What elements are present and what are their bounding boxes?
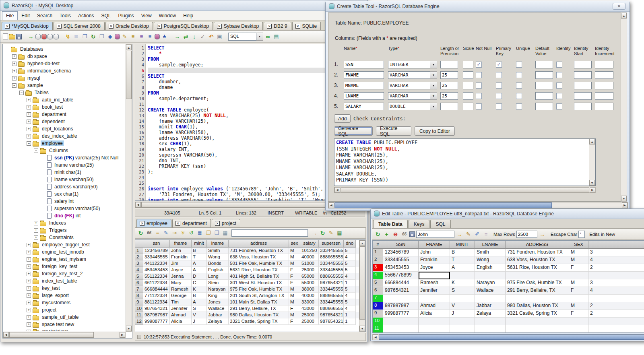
scroll-up-button[interactable]: ▲ — [126, 45, 132, 50]
tree-item-department[interactable]: +department — [3, 111, 125, 118]
cell[interactable]: Ahmad — [170, 312, 192, 318]
cell[interactable]: 101250 — [300, 248, 319, 254]
cell[interactable]: Narayan — [207, 286, 229, 293]
cell[interactable]: 5 — [344, 248, 356, 254]
scroll-right-button[interactable]: ▶ — [120, 332, 125, 338]
cell[interactable]: F — [289, 318, 300, 325]
scroll-up-button[interactable]: ▲ — [621, 13, 627, 19]
not-null-checkbox[interactable] — [476, 93, 482, 99]
identity-increment-input[interactable] — [595, 82, 613, 89]
tree-item-employee-trigger-test[interactable]: +employee_trigger_test — [3, 241, 125, 248]
row-number[interactable]: 11 — [373, 325, 383, 333]
drop-db-icon[interactable] — [54, 34, 59, 39]
identity-start-input[interactable] — [574, 61, 592, 68]
cell[interactable]: 51000 — [300, 260, 319, 267]
view-row-icon[interactable]: 66 — [400, 231, 408, 238]
cell[interactable]: 987654321 — [319, 318, 344, 325]
cell[interactable]: A — [192, 260, 207, 267]
cell[interactable] — [506, 318, 569, 325]
cell[interactable]: 453453453 — [143, 267, 170, 273]
cell[interactable]: 888665555 — [319, 293, 344, 299]
tree-item-dependent[interactable]: +dependent — [3, 118, 125, 125]
cell[interactable]: Zelaya — [475, 310, 506, 318]
table-row[interactable]: 3453453453JoyceAEnglish5631 Rice, Housto… — [373, 264, 644, 272]
column-header-[interactable]: # — [373, 241, 383, 249]
tree-item-indexes[interactable]: +Indexes — [3, 219, 125, 227]
alter-db-icon[interactable] — [47, 34, 53, 39]
tree-expander-icon[interactable]: + — [12, 69, 17, 73]
identity-start-input[interactable] — [574, 82, 592, 89]
scroll-down-button[interactable]: ▼ — [621, 196, 627, 201]
tree-item-dept-locations[interactable]: +dept_locations — [3, 125, 125, 132]
cell[interactable]: 43000 — [300, 305, 319, 312]
close-tab-icon[interactable]: ✕ — [215, 221, 220, 226]
table-row[interactable]: 2333445555FranklinTWong638 Voss, Houston… — [135, 254, 365, 260]
cell[interactable]: 661122334 — [143, 280, 170, 286]
cell[interactable]: 333445555 — [319, 286, 344, 293]
cell[interactable]: 975 Fire Oak, Humble TX — [229, 286, 289, 293]
identity-start-input[interactable] — [574, 71, 592, 79]
menu-actions[interactable]: Actions — [74, 12, 97, 20]
cell[interactable] — [506, 325, 569, 333]
cell[interactable]: 999887777 — [383, 310, 419, 318]
main-titlebar[interactable]: RazorSQL - MySQL Desktop — [0, 0, 367, 11]
cell[interactable]: C — [192, 280, 207, 286]
execute-sql-icon[interactable]: → — [173, 33, 181, 40]
cell[interactable] — [450, 318, 475, 325]
tree-item-superssn-varchar-50[interactable]: superssn varchar(50) — [3, 205, 125, 212]
cell[interactable]: 333445555 — [143, 254, 170, 260]
close-tab-icon[interactable]: ✕ — [140, 221, 144, 226]
scroll-thumb[interactable] — [9, 332, 94, 338]
default-value-input[interactable] — [535, 92, 553, 100]
cell[interactable]: Ramesh — [170, 286, 192, 293]
cell[interactable]: Zelaya — [207, 318, 229, 325]
cell[interactable]: Joyce — [170, 267, 192, 273]
table-row[interactable]: 10 — [373, 318, 644, 325]
column-name-input[interactable] — [344, 82, 384, 89]
tree-vscrollbar[interactable]: ▲ ▼ — [126, 44, 132, 332]
column-header-sex[interactable]: sex — [289, 240, 300, 248]
scroll-thumb[interactable] — [359, 246, 365, 320]
filter-results-icon[interactable]: ≡ — [154, 229, 161, 237]
scroll-thumb[interactable] — [126, 51, 132, 99]
reexecute-icon[interactable]: ↺ — [188, 229, 195, 237]
column-header-partial[interactable] — [588, 241, 644, 249]
cell[interactable]: 4 — [344, 254, 356, 260]
tree-expander-icon[interactable]: + — [27, 264, 31, 269]
cell[interactable] — [588, 318, 644, 325]
clipboard-icon[interactable]: ▣ — [216, 33, 223, 40]
cell[interactable]: Jabbar — [207, 312, 229, 318]
bolt-icon[interactable]: ↯ — [64, 33, 72, 40]
cell[interactable]: 25000 — [300, 318, 319, 325]
tree-expander-icon[interactable]: − — [27, 141, 31, 146]
table-row[interactable]: 1123456789JohnBSmith731 Fondren, Houston… — [373, 249, 644, 256]
refresh-results-icon[interactable]: ↻ — [137, 229, 144, 237]
cell[interactable]: Narayan — [475, 279, 506, 287]
cell[interactable]: M — [289, 312, 300, 318]
column-type-dropdown[interactable]: DOUBLE▼ — [388, 103, 437, 110]
cell[interactable]: 881122334 — [143, 299, 170, 305]
cell[interactable]: M — [569, 279, 588, 287]
view-row-icon[interactable]: 66 — [145, 229, 153, 237]
cell[interactable]: 3 — [588, 279, 644, 287]
row-number[interactable]: 9 — [135, 299, 143, 305]
identity-start-input[interactable] — [574, 92, 592, 100]
view-contents-icon[interactable]: ❐ — [81, 33, 89, 40]
cell[interactable]: Smith — [475, 249, 506, 256]
table-row[interactable]: 5666884444RameshKNarayan975 Fire Oak, Hu… — [373, 279, 644, 287]
scroll-down-button[interactable]: ▼ — [359, 326, 365, 331]
cell[interactable]: K — [192, 286, 207, 293]
table-row[interactable]: 45566778899 — [373, 272, 644, 279]
identity-increment-input[interactable] — [595, 92, 613, 100]
row-number[interactable]: 2 — [373, 256, 383, 264]
cell[interactable]: 5 — [344, 286, 356, 293]
cell[interactable]: Bonds — [207, 260, 229, 267]
cell[interactable] — [475, 295, 506, 302]
cell[interactable]: 5 — [344, 299, 356, 305]
db-tools-icon[interactable] — [115, 34, 120, 39]
max-rows-go-icon[interactable]: → — [539, 231, 546, 238]
cell[interactable]: 333445555 — [319, 260, 344, 267]
not-null-checkbox[interactable] — [476, 72, 482, 78]
cell[interactable]: F — [569, 287, 588, 295]
cell[interactable]: 888665555 — [319, 273, 344, 280]
